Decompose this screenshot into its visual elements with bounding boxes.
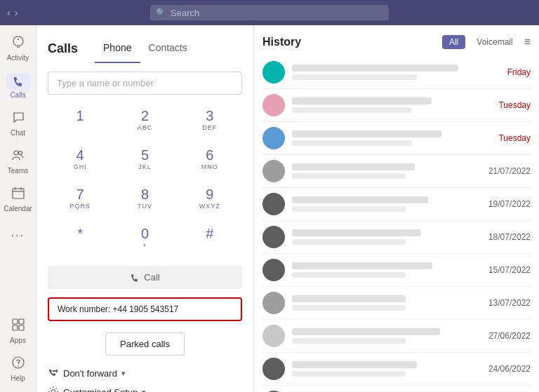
sidebar: Activity Calls Chat (0, 25, 36, 392)
forward-arrow[interactable]: › (15, 7, 18, 18)
history-item[interactable]: 15/07/2022 (262, 254, 531, 287)
parked-calls-button[interactable]: Parked calls (105, 332, 185, 356)
history-name-area (292, 130, 491, 146)
svg-point-2 (18, 151, 22, 155)
avatar (262, 325, 285, 347)
history-item[interactable]: Tuesday (262, 122, 531, 155)
sidebar-item-activity[interactable]: Activity (1, 31, 35, 66)
customised-setup-label: Customised Setup (63, 387, 138, 392)
history-item[interactable]: 21/07/2022 (262, 155, 531, 188)
history-item[interactable]: 19/07/2022 (262, 188, 531, 221)
dial-key-9[interactable]: 9 WXYZ (178, 179, 242, 218)
dial-key-hash[interactable]: # (178, 218, 242, 257)
phone-input-display[interactable]: Type a name or number (48, 72, 242, 95)
history-date: Tuesday (498, 133, 531, 143)
avatar (262, 193, 285, 215)
avatar (262, 94, 285, 116)
content-area: Calls Phone Contacts Type a name or numb… (36, 25, 539, 392)
work-number-box: Work number: +44 1905 543517 (48, 297, 242, 321)
history-sub-blur (292, 239, 406, 245)
panel-header: Calls Phone Contacts (36, 25, 253, 63)
sidebar-item-chat[interactable]: Chat (1, 106, 35, 141)
dial-key-1[interactable]: 1 (48, 100, 112, 140)
dial-key-3[interactable]: 3 DEF (178, 100, 242, 140)
dont-forward-item[interactable]: Don't forward ▾ (48, 367, 242, 380)
dial-key-star[interactable]: * (48, 218, 112, 257)
help-label: Help (11, 374, 25, 382)
dial-key-6[interactable]: 6 MNO (178, 140, 242, 179)
sidebar-item-help[interactable]: Help (1, 351, 35, 386)
dial-key-5[interactable]: 5 JKL (112, 140, 177, 179)
history-sub-blur (292, 206, 406, 212)
history-item[interactable]: 24/06/2022 (262, 353, 531, 386)
history-item[interactable]: 27/06/2022 (262, 320, 531, 353)
history-sub-blur (292, 107, 412, 113)
activity-icon (11, 35, 25, 53)
avatar (262, 292, 285, 314)
back-arrow[interactable]: ‹ (7, 7, 11, 18)
history-name-blur (292, 130, 441, 137)
title-bar: ‹ › 🔍 Search (0, 0, 539, 25)
history-sub-blur (292, 371, 406, 377)
sidebar-item-apps[interactable]: Apps (1, 313, 35, 349)
history-name-area (292, 361, 481, 377)
avatar (262, 61, 285, 83)
tab-contacts[interactable]: Contacts (140, 34, 196, 63)
history-name-blur (292, 262, 432, 269)
history-name-area (292, 328, 481, 344)
history-date: 21/07/2022 (488, 166, 531, 176)
search-placeholder: Search (171, 8, 199, 18)
history-sub-blur (292, 338, 406, 344)
dial-key-0[interactable]: 0 + (112, 218, 177, 257)
calls-icon-wrapper (6, 73, 30, 90)
sidebar-item-more[interactable]: ··· (1, 225, 35, 246)
dial-key-2[interactable]: 2 ABC (112, 100, 177, 140)
call-button[interactable]: Call (48, 266, 242, 289)
tab-phone[interactable]: Phone (95, 34, 140, 63)
history-sub-blur (292, 140, 412, 146)
dial-key-7[interactable]: 7 PQRS (48, 179, 112, 218)
apps-icon (11, 318, 25, 335)
history-menu-icon[interactable]: ≡ (524, 36, 531, 48)
svg-point-1 (14, 151, 18, 155)
history-date: 18/07/2022 (488, 232, 531, 242)
search-icon: 🔍 (156, 8, 166, 18)
teams-icon (11, 148, 25, 165)
calendar-label: Calendar (4, 205, 32, 212)
history-name-blur (292, 196, 428, 203)
customised-setup-item[interactable]: Customised Setup ▾ (48, 386, 242, 392)
history-filter-voicemail[interactable]: Voicemail (471, 35, 518, 49)
history-name-blur (292, 229, 421, 236)
svg-rect-5 (19, 319, 24, 324)
history-name-area (292, 163, 481, 179)
sidebar-item-calendar[interactable]: Calendar (1, 182, 35, 217)
dial-key-4[interactable]: 4 GHI (48, 140, 112, 179)
history-name-area (292, 262, 481, 278)
history-name-area (292, 295, 481, 311)
history-item[interactable]: Tuesday (262, 89, 531, 122)
dial-key-8[interactable]: 8 TUV (112, 179, 177, 218)
history-date: 15/07/2022 (488, 265, 531, 275)
history-item[interactable]: 21/06/2022 (262, 386, 531, 392)
dialpad-panel: Calls Phone Contacts Type a name or numb… (36, 25, 254, 392)
svg-point-10 (52, 390, 55, 393)
history-filter-all[interactable]: All (442, 35, 465, 49)
search-bar[interactable]: 🔍 Search (150, 5, 389, 20)
history-date: 24/06/2022 (488, 364, 531, 374)
history-panel: History All Voicemail ≡ Friday (254, 25, 539, 392)
svg-rect-4 (13, 319, 18, 324)
history-date: Friday (507, 67, 531, 77)
history-item[interactable]: 18/07/2022 (262, 221, 531, 254)
help-icon (11, 356, 25, 373)
forward-phone-icon (48, 367, 59, 380)
history-item[interactable]: Friday (262, 56, 531, 89)
sidebar-item-calls[interactable]: Calls (1, 69, 35, 103)
avatar (262, 226, 285, 248)
history-title: History (262, 36, 437, 48)
nav-arrows: ‹ › (7, 7, 18, 18)
sidebar-item-teams[interactable]: Teams (1, 144, 35, 179)
history-item[interactable]: 13/07/2022 (262, 287, 531, 320)
history-name-blur (292, 97, 432, 104)
apps-label: Apps (10, 337, 26, 344)
work-number-text: Work number: +44 1905 543517 (58, 304, 178, 314)
